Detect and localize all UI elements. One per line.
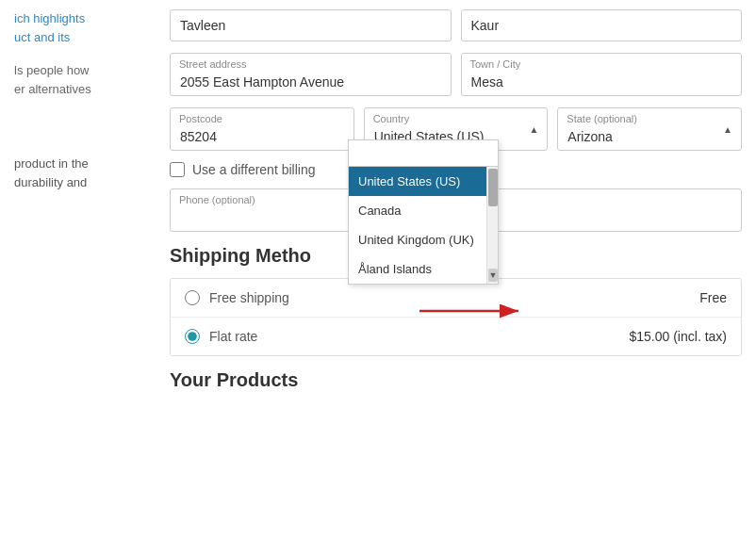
street-address-field: Street address — [170, 53, 452, 96]
postcode-label: Postcode — [179, 113, 222, 124]
free-shipping-label: Free shipping — [209, 290, 699, 305]
main-content: Street address Town / City Postcode Coun… — [156, 0, 756, 539]
flat-rate-label: Flat rate — [209, 329, 630, 344]
street-address-label: Street address — [179, 58, 247, 70]
sidebar-text-2: ls people how er alternatives — [14, 61, 141, 98]
phone-label: Phone (optional) — [179, 194, 255, 205]
flat-rate-price: $15.00 (incl. tax) — [630, 329, 728, 344]
dropdown-item-uk[interactable]: United Kingdom (UK) — [349, 225, 486, 254]
town-city-field: Town / City — [461, 53, 743, 96]
free-shipping-price: Free — [699, 290, 727, 305]
shipping-options: Free shipping Free Flat rate $15.00 (inc… — [170, 278, 742, 356]
dropdown-search-input[interactable] — [349, 140, 498, 167]
sidebar-text-1: ich highlights uct and its — [14, 9, 141, 46]
shipping-option-flat: Flat rate $15.00 (incl. tax) — [171, 318, 741, 355]
scrollbar-down-button[interactable]: ▼ — [488, 269, 498, 282]
state-label: State (optional) — [567, 113, 637, 124]
dropdown-item-us[interactable]: United States (US) — [349, 167, 486, 196]
scrollbar-thumb — [488, 169, 498, 206]
state-field: State (optional) Arizona — [557, 107, 742, 151]
town-city-label: Town / City — [470, 58, 521, 70]
address-row: Street address Town / City — [170, 53, 742, 96]
dropdown-scroll-wrapper: United States (US) Canada United Kingdom… — [349, 167, 498, 284]
last-name-input[interactable] — [461, 9, 743, 41]
country-dropdown: United States (US) Canada United Kingdom… — [348, 139, 499, 285]
first-name-field — [170, 9, 452, 41]
last-name-field — [461, 9, 743, 41]
page-wrapper: ich highlights uct and its ls people how… — [0, 0, 756, 539]
flat-rate-radio[interactable] — [185, 329, 200, 344]
sidebar-text-3: product in the durability and — [14, 155, 141, 191]
dropdown-list: United States (US) Canada United Kingdom… — [349, 167, 486, 284]
shipping-option-free: Free shipping Free — [171, 279, 741, 318]
dropdown-item-ca[interactable]: Canada — [349, 196, 486, 225]
country-label: Country — [373, 113, 410, 124]
dropdown-item-aland[interactable]: Åland Islands — [349, 254, 486, 284]
dropdown-scrollbar[interactable]: ▼ — [486, 167, 498, 284]
sidebar: ich highlights uct and its ls people how… — [0, 0, 156, 539]
billing-checkbox-label: Use a different billing — [192, 162, 315, 177]
billing-checkbox[interactable] — [170, 162, 185, 177]
free-shipping-radio[interactable] — [185, 290, 200, 305]
name-row — [170, 9, 742, 41]
postcode-field: Postcode — [170, 107, 354, 151]
your-products-title: Your Products — [170, 369, 742, 391]
first-name-input[interactable] — [170, 9, 452, 41]
